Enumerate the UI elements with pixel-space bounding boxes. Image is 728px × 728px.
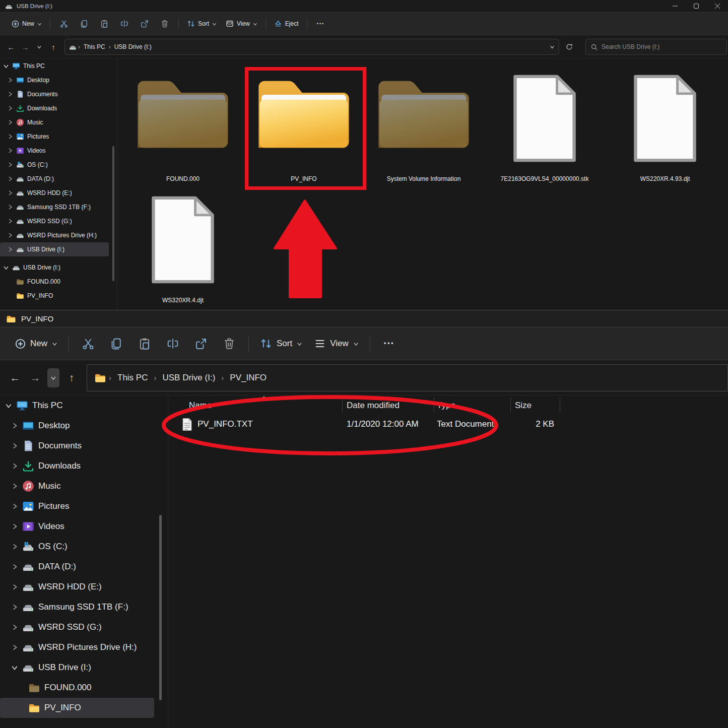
chevron-right-icon[interactable] xyxy=(7,119,13,125)
sidebar-item-videos[interactable]: Videos xyxy=(0,516,157,537)
sidebar-item-wsrd-pictures-drive-h[interactable]: WSRD Pictures Drive (H:) xyxy=(0,637,157,657)
chevron-right-icon[interactable] xyxy=(7,176,13,182)
chevron-right-icon[interactable] xyxy=(7,105,13,111)
up-button[interactable]: ↑ xyxy=(46,39,60,54)
chevron-right-icon[interactable] xyxy=(11,462,18,470)
column-header-size[interactable]: Size xyxy=(515,401,532,411)
chevron-right-icon[interactable] xyxy=(7,232,13,238)
chevron-right-icon[interactable] xyxy=(7,190,13,196)
search-input[interactable] xyxy=(602,43,721,50)
sort-button[interactable]: Sort xyxy=(254,332,308,356)
chevron-right-icon[interactable] xyxy=(7,148,13,154)
file-row-pv-info-txt[interactable]: PV_INFO.TXT 1/1/2020 12:00 AM Text Docum… xyxy=(174,414,560,435)
breadcrumb-segment[interactable]: USB Drive (I:) xyxy=(159,373,219,383)
sidebar-item-pv-info[interactable]: PV_INFO xyxy=(0,289,117,303)
column-header-date-modified[interactable]: Date modified xyxy=(347,401,400,411)
sidebar-scrollbar[interactable] xyxy=(112,146,114,281)
chevron-right-icon[interactable] xyxy=(11,604,18,611)
column-divider[interactable] xyxy=(510,398,511,413)
close-button[interactable] xyxy=(707,0,728,12)
sidebar-item-os-c[interactable]: OS (C:) xyxy=(0,537,157,557)
delete-button[interactable] xyxy=(155,15,175,32)
chevron-right-icon[interactable] xyxy=(7,91,13,97)
forward-button[interactable]: → xyxy=(18,39,32,54)
recent-locations-button[interactable] xyxy=(47,368,59,387)
sidebar-item-found-000[interactable]: FOUND.000 xyxy=(0,275,117,289)
sidebar-item-documents[interactable]: Documents xyxy=(0,436,157,456)
sidebar-item-wsrd-hdd-e[interactable]: WSRD HDD (E:) xyxy=(0,577,157,597)
copy-button[interactable] xyxy=(74,15,94,32)
column-header-type[interactable]: Type xyxy=(437,401,455,411)
more-options-button[interactable]: ••• xyxy=(311,15,331,32)
sidebar-item-this-pc[interactable]: This PC xyxy=(0,395,157,416)
up-button[interactable]: ↑ xyxy=(61,367,82,389)
chevron-right-icon[interactable] xyxy=(11,503,18,510)
delete-button[interactable] xyxy=(215,332,243,356)
sidebar-item-pictures[interactable]: Pictures xyxy=(0,129,117,144)
sidebar-item-wsrd-ssd-g[interactable]: WSRD SSD (G:) xyxy=(0,617,157,637)
sort-button[interactable]: Sort xyxy=(182,15,221,32)
sidebar-item-pictures[interactable]: Pictures xyxy=(0,496,157,516)
folder-tile-found-000[interactable]: FOUND.000 xyxy=(123,66,242,187)
rename-button[interactable] xyxy=(159,332,187,356)
chevron-down-icon[interactable] xyxy=(5,402,12,409)
column-divider[interactable] xyxy=(434,398,434,413)
recent-locations-button[interactable] xyxy=(32,39,46,54)
chevron-right-icon[interactable] xyxy=(11,422,18,429)
sidebar-item-music[interactable]: Music xyxy=(0,476,157,496)
paste-button[interactable] xyxy=(94,15,114,32)
column-divider[interactable] xyxy=(342,398,343,413)
paste-button[interactable] xyxy=(130,332,159,356)
sidebar-item-samsung-ssd-1tb-f[interactable]: Samsung SSD 1TB (F:) xyxy=(0,597,157,617)
chevron-right-icon[interactable] xyxy=(11,644,18,651)
chevron-right-icon[interactable] xyxy=(7,218,13,224)
sidebar-item-desktop[interactable]: Desktop xyxy=(0,73,117,87)
address-dropdown-icon[interactable] xyxy=(550,44,555,49)
sidebar-item-music[interactable]: Music xyxy=(0,115,117,129)
chevron-right-icon[interactable] xyxy=(11,624,18,631)
chevron-right-icon[interactable] xyxy=(7,246,13,252)
sidebar-item-wsrd-ssd-g[interactable]: WSRD SSD (G:) xyxy=(0,214,117,228)
share-button[interactable] xyxy=(135,15,155,32)
cut-button[interactable] xyxy=(54,15,74,32)
chevron-down-icon[interactable] xyxy=(3,264,9,271)
chevron-right-icon[interactable] xyxy=(11,523,18,530)
new-button[interactable]: New xyxy=(7,15,46,32)
file-tile-ws320xr-4-djt[interactable]: WS320XR.4.djt xyxy=(123,187,242,308)
breadcrumb-segment[interactable]: USB Drive (I:) xyxy=(112,43,154,50)
file-tile-7e2163og9vls4-00000000-stk[interactable]: 7E2163OG9VLS4_00000000.stk xyxy=(485,66,604,187)
refresh-button[interactable] xyxy=(562,39,576,54)
sidebar-item-wsrd-pictures-drive-h[interactable]: WSRD Pictures Drive (H:) xyxy=(0,228,117,242)
sidebar-item-samsung-ssd-1tb-f[interactable]: Samsung SSD 1TB (F:) xyxy=(0,200,117,214)
sidebar-scrollbar[interactable] xyxy=(159,515,162,700)
new-button[interactable]: New xyxy=(9,332,63,356)
sidebar-item-videos[interactable]: Videos xyxy=(0,144,117,158)
sidebar-item-data-d[interactable]: DATA (D:) xyxy=(0,557,157,577)
back-button[interactable]: ← xyxy=(4,39,18,54)
sidebar-item-downloads[interactable]: Downloads xyxy=(0,456,157,476)
folder-tile-pv-info[interactable]: PV_INFO xyxy=(244,66,363,187)
file-tile-ws220xr-4-93-djt[interactable]: WS220XR.4.93.djt xyxy=(606,66,724,187)
chevron-right-icon[interactable] xyxy=(7,134,13,140)
sidebar-item-pv-info[interactable]: PV_INFO xyxy=(0,698,154,718)
chevron-right-icon[interactable] xyxy=(11,563,18,570)
chevron-right-icon[interactable] xyxy=(7,77,13,83)
sidebar-item-os-c[interactable]: OS (C:) xyxy=(0,158,117,172)
sidebar-item-found-000[interactable]: FOUND.000 xyxy=(0,678,157,698)
chevron-down-icon[interactable] xyxy=(3,63,9,69)
chevron-right-icon[interactable] xyxy=(11,543,18,550)
chevron-right-icon[interactable] xyxy=(7,162,13,168)
chevron-down-icon[interactable] xyxy=(11,664,18,671)
chevron-right-icon[interactable] xyxy=(11,442,18,449)
sidebar-item-data-d[interactable]: DATA (D:) xyxy=(0,172,117,186)
share-button[interactable] xyxy=(187,332,215,356)
sidebar-item-downloads[interactable]: Downloads xyxy=(0,101,117,115)
breadcrumb-segment[interactable]: This PC xyxy=(114,373,151,383)
sidebar-item-this-pc[interactable]: This PC xyxy=(0,59,117,73)
breadcrumb-segment[interactable]: PV_INFO xyxy=(226,373,270,383)
maximize-button[interactable] xyxy=(686,0,707,12)
folder-tile-system-volume-information[interactable]: System Volume Information xyxy=(364,66,483,187)
sidebar-item-documents[interactable]: Documents xyxy=(0,87,117,101)
breadcrumb-segment[interactable]: This PC xyxy=(82,43,107,50)
sidebar-item-usb-drive-i[interactable]: USB Drive (I:) xyxy=(0,260,117,275)
